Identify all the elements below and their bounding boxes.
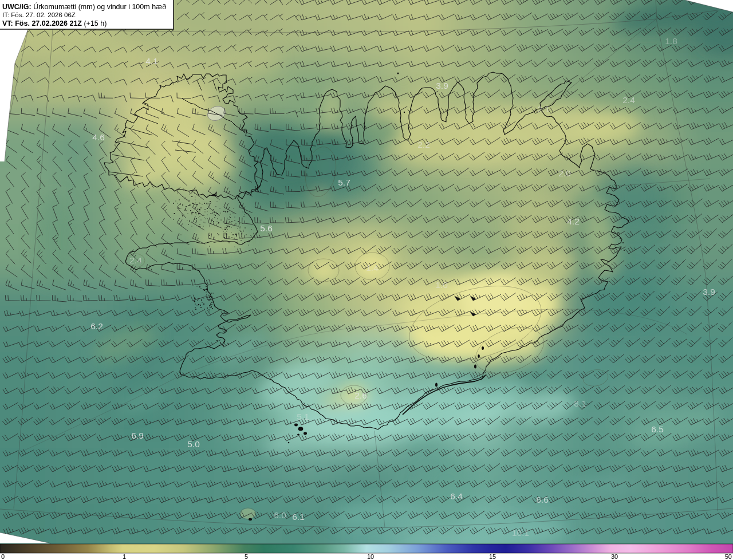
svg-text:4.6: 4.6 <box>92 132 105 142</box>
svg-text:2.0: 2.0 <box>558 168 571 178</box>
svg-text:2.4: 2.4 <box>129 255 142 265</box>
svg-text:6.4: 6.4 <box>450 491 463 501</box>
svg-text:6.9: 6.9 <box>131 431 144 440</box>
svg-text:6.5: 6.5 <box>651 424 664 434</box>
svg-text:6.2: 6.2 <box>90 321 103 331</box>
svg-text:UWC/IG: Úrkomumætti (mm) og vi: UWC/IG: Úrkomumætti (mm) og vindur i 100… <box>2 2 166 11</box>
svg-text:VT: Fös. 27.02.2026 21Z (+15 h: VT: Fös. 27.02.2026 21Z (+15 h) <box>2 19 107 27</box>
svg-text:6.1: 6.1 <box>292 512 305 522</box>
svg-text:5: 5 <box>245 553 248 560</box>
svg-text:1.8: 1.8 <box>665 36 677 46</box>
svg-text:5.1: 5.1 <box>297 412 309 421</box>
svg-text:30: 30 <box>611 553 618 560</box>
svg-text:4.2: 4.2 <box>567 216 580 226</box>
svg-text:8.1: 8.1 <box>574 399 586 408</box>
svg-text:2.1: 2.1 <box>537 104 550 114</box>
svg-text:3.9: 3.9 <box>436 81 448 90</box>
svg-text:15: 15 <box>489 553 496 560</box>
svg-text:10.1: 10.1 <box>512 528 529 538</box>
svg-text:5.0: 5.0 <box>187 439 200 449</box>
svg-text:IT: Fös. 27. 02. 2026 06Z: IT: Fös. 27. 02. 2026 06Z <box>2 11 76 18</box>
svg-text:1: 1 <box>123 553 126 560</box>
svg-text:1.4: 1.4 <box>366 263 379 273</box>
svg-text:5.7: 5.7 <box>338 178 350 187</box>
svg-text:10: 10 <box>367 553 374 560</box>
svg-text:1.0: 1.0 <box>435 280 448 290</box>
svg-text:50: 50 <box>725 553 732 560</box>
svg-text:4.1: 4.1 <box>145 56 158 66</box>
svg-text:6.0: 6.0 <box>274 510 286 520</box>
svg-text:2.2: 2.2 <box>417 140 430 149</box>
svg-text:2.4: 2.4 <box>622 95 635 105</box>
svg-text:2.6: 2.6 <box>354 391 367 400</box>
svg-text:3.9: 3.9 <box>703 287 715 297</box>
svg-text:6.6: 6.6 <box>536 495 549 504</box>
svg-text:0: 0 <box>1 553 5 560</box>
svg-text:5.6: 5.6 <box>260 223 273 233</box>
